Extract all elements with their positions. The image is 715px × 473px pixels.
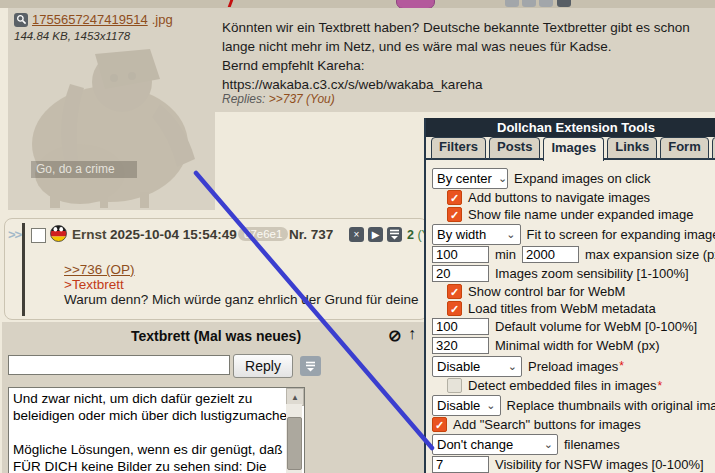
setting-row: Minimal width for WebM (px) bbox=[426, 336, 715, 355]
reply-backlink[interactable]: >>737 (You) bbox=[269, 92, 335, 106]
setting-row: Disable Replace thumbnails with original… bbox=[426, 394, 715, 416]
preload-images-select[interactable]: Disable bbox=[432, 356, 522, 377]
nav-buttons-checkbox[interactable]: ✓ bbox=[447, 190, 462, 205]
expand-image-icon[interactable] bbox=[14, 13, 28, 27]
webm-titles-checkbox[interactable]: ✓ bbox=[447, 301, 462, 316]
setting-label: Expand images on click bbox=[514, 171, 651, 186]
quote-op-link[interactable]: >>736 (OP) bbox=[64, 262, 135, 277]
collapse-form-button[interactable] bbox=[300, 356, 321, 376]
filenames-select[interactable]: Don't change bbox=[432, 434, 558, 455]
max-expansion-input[interactable] bbox=[522, 246, 579, 263]
post-left-border bbox=[22, 223, 25, 316]
setting-row: Detect embedded files in images* bbox=[426, 377, 715, 394]
post-button[interactable] bbox=[539, 0, 553, 7]
show-filename-checkbox[interactable]: ✓ bbox=[447, 207, 462, 222]
reply-body-text: Warum denn? Mich würde ganz ehrlich der … bbox=[64, 292, 418, 307]
webm-volume-input[interactable] bbox=[432, 318, 489, 335]
play-icon: ▶ bbox=[372, 227, 380, 242]
check-icon: ✓ bbox=[450, 303, 459, 315]
reply-button[interactable]: Reply bbox=[233, 354, 293, 378]
expand-down-icon bbox=[305, 361, 316, 372]
file-name-link[interactable]: 1755657247419514 bbox=[32, 12, 148, 27]
setting-row: Images zoom sensibility [1-100%] bbox=[426, 264, 715, 283]
post-number[interactable]: Nr. 737 bbox=[289, 227, 333, 242]
cut-header-strip bbox=[0, 0, 715, 8]
dollchan-panel: Dollchan Extension Tools Filters Posts I… bbox=[424, 118, 715, 473]
search-buttons-checkbox[interactable]: ✓ bbox=[432, 417, 447, 432]
thumbnail-caption: Go, do a crime bbox=[31, 161, 137, 178]
asterisk: * bbox=[658, 379, 663, 393]
tab-posts[interactable]: Posts bbox=[489, 137, 540, 159]
setting-label: Add buttons to navigate images bbox=[468, 190, 650, 205]
check-icon: ✓ bbox=[450, 209, 459, 221]
check-icon: ✓ bbox=[450, 286, 459, 298]
setting-row: ✓ Load titles from WebM metadata bbox=[426, 300, 715, 317]
hide-post-button[interactable]: × bbox=[349, 227, 364, 242]
select-value: Disable bbox=[437, 398, 480, 413]
expand-thread-button[interactable] bbox=[387, 227, 402, 242]
panel-tabs: Filters Posts Images Links Form Common bbox=[426, 137, 715, 158]
setting-label: Detect embedded files in images bbox=[468, 378, 657, 393]
select-value: By width bbox=[437, 227, 486, 242]
fit-screen-select[interactable]: By width bbox=[432, 224, 521, 245]
webm-minwidth-input[interactable] bbox=[432, 337, 489, 354]
panel-title[interactable]: Dollchan Extension Tools bbox=[426, 118, 715, 137]
reply-count-number: 2 bbox=[407, 228, 414, 242]
setting-label: filenames bbox=[564, 437, 620, 452]
post-button[interactable] bbox=[557, 0, 571, 7]
webm-controlbar-checkbox[interactable]: ✓ bbox=[447, 284, 462, 299]
min-expansion-input[interactable] bbox=[432, 246, 489, 263]
setting-label: Add "Search" buttons for images bbox=[453, 417, 641, 432]
zoom-sensibility-input[interactable] bbox=[432, 265, 489, 282]
expand-down-icon bbox=[389, 229, 400, 240]
post-button[interactable] bbox=[522, 0, 536, 7]
expand-mode-select[interactable]: By center bbox=[432, 168, 508, 189]
select-value: Disable bbox=[437, 359, 480, 374]
setting-row: Disable Preload images* bbox=[426, 355, 715, 377]
setting-row: ✓ Show control bar for WebM bbox=[426, 283, 715, 300]
check-icon: ✓ bbox=[450, 192, 459, 204]
scrollbar-thumb[interactable] bbox=[287, 417, 302, 470]
replace-thumbnails-select[interactable]: Disable bbox=[432, 395, 501, 416]
scroll-top-icon[interactable]: ↑ bbox=[408, 325, 416, 343]
post-marker: >> bbox=[8, 227, 21, 242]
panel-body: By center Expand images on click ✓ Add b… bbox=[426, 158, 715, 473]
setting-row: ✓ Add "Search" buttons for images bbox=[426, 416, 715, 433]
tab-filters[interactable]: Filters bbox=[431, 137, 486, 159]
name-input[interactable] bbox=[8, 355, 230, 375]
setting-row: Default volume for WebM [0-100%] bbox=[426, 317, 715, 336]
tab-links[interactable]: Links bbox=[607, 137, 657, 159]
tab-images[interactable]: Images bbox=[543, 137, 604, 161]
replies-line: Replies: >>737 (You) bbox=[222, 92, 335, 106]
setting-row: ✓ Show file name under expanded image bbox=[426, 206, 715, 223]
select-value: Don't change bbox=[437, 437, 513, 452]
thumbnail-image[interactable] bbox=[10, 44, 213, 208]
setting-row: Don't change filenames bbox=[426, 433, 715, 455]
nsfw-visibility-input[interactable] bbox=[432, 456, 489, 473]
select-value: By center bbox=[437, 171, 492, 186]
play-button[interactable]: ▶ bbox=[368, 227, 383, 242]
tab-form[interactable]: Form bbox=[660, 137, 709, 159]
close-icon: × bbox=[354, 227, 360, 242]
setting-label: min bbox=[495, 247, 516, 262]
detect-embedded-checkbox[interactable] bbox=[447, 378, 462, 393]
setting-label: Load titles from WebM metadata bbox=[468, 301, 656, 316]
comment-textarea[interactable]: Und zwar nicht, um dich dafür gezielt zu… bbox=[8, 387, 305, 473]
post-select-checkbox[interactable] bbox=[31, 228, 46, 243]
setting-row: Visibility for NSFW images [0-100%] bbox=[426, 455, 715, 473]
file-extension: .jpg bbox=[152, 12, 173, 27]
replies-label: Replies: bbox=[222, 92, 265, 106]
block-thread-icon[interactable]: ⊘ bbox=[388, 326, 401, 345]
quoted-text: >Textbrett bbox=[64, 277, 124, 292]
setting-row: By center Expand images on click bbox=[426, 167, 715, 189]
cut-subject-text bbox=[228, 0, 234, 7]
setting-label: Show control bar for WebM bbox=[468, 284, 625, 299]
poster-id-badge[interactable]: d7e6e1 bbox=[238, 227, 288, 241]
setting-row: By width Fit to screen for expanding ima… bbox=[426, 223, 715, 245]
op-post-text: Könnten wir ein Textbrett haben? Deutsch… bbox=[222, 18, 714, 94]
setting-label: Show file name under expanded image bbox=[468, 207, 693, 222]
post-button[interactable] bbox=[505, 0, 519, 7]
setting-label: Minimal width for WebM (px) bbox=[495, 338, 659, 353]
setting-label: Fit to screen for expanding images bbox=[527, 227, 715, 242]
up-arrow-icon: ▲ bbox=[291, 393, 299, 402]
